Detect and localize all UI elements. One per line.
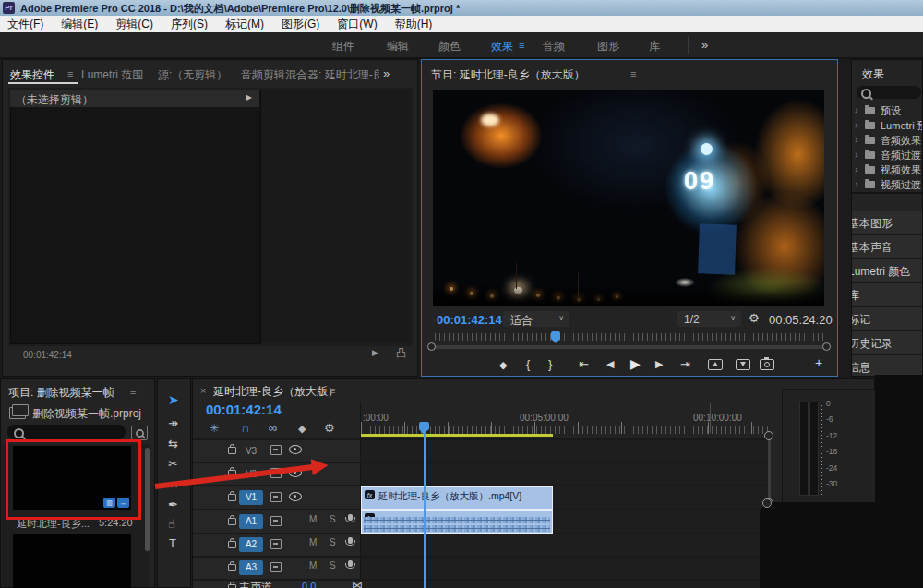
panel-header-lumetri-color[interactable]: Lumetri 颜色 [852,259,923,283]
expand-arrow-icon[interactable]: ▶ [246,93,252,102]
scrollbar-knob-peek[interactable] [762,498,772,508]
go-to-in-button[interactable]: ⇤ [579,357,589,371]
solo-button[interactable]: S [330,537,336,547]
step-forward-button[interactable]: ▶ [655,358,663,370]
workspace-tab-audio[interactable]: 音频 [543,39,565,54]
menu-edit[interactable]: 编辑(E) [61,17,98,32]
mute-button[interactable]: M [309,514,317,524]
mic-record-icon[interactable] [348,514,353,521]
solo-button[interactable]: S [330,560,336,570]
program-current-timecode[interactable]: 00:01:42:14 [437,313,502,327]
tool-ripple-edit[interactable]: ⇆ [168,437,178,450]
menu-graphics[interactable]: 图形(G) [282,17,319,32]
timeline-playhead-line[interactable] [424,422,426,588]
track-target-a2[interactable]: A2 [239,537,263,552]
timeline-timecode[interactable]: 00:01:42:14 [206,402,282,417]
effects-panel-title[interactable]: 效果 [862,66,884,82]
tab-effect-controls[interactable]: 效果控件 [10,67,54,83]
chevron-right-icon[interactable]: › [855,163,858,174]
play-button[interactable]: ▶ [630,356,641,371]
workspace-tab-assembly[interactable]: 组件 [332,39,354,54]
program-video-frame[interactable]: 09 [433,90,824,306]
menu-help[interactable]: 帮助(H) [395,17,433,32]
tree-item-audio-effects[interactable]: 音频效果 [881,134,921,148]
menu-file[interactable]: 文件(F) [7,17,43,32]
add-marker-icon[interactable]: ◆ [298,423,306,435]
snap-icon[interactable]: ∩ [241,421,249,435]
scrollbar-end-right[interactable] [822,342,831,351]
tool-hand[interactable]: ☝ [168,517,175,531]
chevron-right-icon[interactable]: › [855,119,858,130]
mute-button[interactable]: M [309,537,317,547]
workspace-tab-editing[interactable]: 编辑 [387,39,409,54]
project-item-thumbnail-2[interactable] [13,534,131,588]
mic-record-icon[interactable] [348,537,353,544]
tool-selection-arrow[interactable]: ➤ [168,392,179,407]
scrollbar-end-left[interactable] [427,342,436,351]
tool-razor[interactable]: ✂ [168,457,178,471]
menu-clip[interactable]: 剪辑(C) [115,17,153,32]
panel-header-libraries[interactable]: 库 [852,283,923,307]
tab-source-monitor[interactable]: 源:（无剪辑） [158,67,227,83]
track-lock-icon[interactable] [228,584,236,588]
panel-header-info[interactable]: 信息 [852,355,923,377]
timeline-tab-title[interactable]: 延时北理-良乡（放大版） [213,384,339,400]
program-scrollbar[interactable] [431,345,830,349]
timeline-settings-icon[interactable]: ⚙ [324,421,335,435]
tree-item-presets[interactable]: 预设 [881,104,901,118]
sync-lock-icon[interactable] [270,516,282,526]
panel-header-essential-graphics[interactable]: 基本图形 [852,211,923,235]
step-back-button[interactable]: ◀ [606,358,614,370]
effects-search-input[interactable] [857,86,921,99]
track-target-v3[interactable]: V3 [239,444,263,459]
chevron-right-icon[interactable]: › [855,178,858,189]
chevron-right-icon[interactable]: › [855,134,858,145]
mic-record-icon[interactable] [348,560,353,567]
sync-lock-icon[interactable] [270,492,282,502]
track-lock-icon[interactable] [228,541,236,548]
project-search-bin-button[interactable] [131,426,148,440]
program-monitor-title[interactable]: 节目: 延时北理-良乡（放大版） [431,67,585,83]
button-editor-plus[interactable]: + [815,355,822,370]
workspace-menu-icon[interactable]: ≡ [519,40,524,51]
play-audio-icon[interactable]: ▶ [372,348,378,357]
program-settings-icon[interactable]: ⚙ [749,311,760,325]
menu-sequence[interactable]: 序列(S) [171,17,208,32]
track-target-a3[interactable]: A3 [239,560,263,575]
audio-clip-a1[interactable]: fx [361,510,553,534]
workspace-tab-effects[interactable]: 效果 [491,39,513,54]
track-lock-icon[interactable] [228,564,236,571]
add-marker-button[interactable]: ◆ [499,359,507,371]
master-level-value[interactable]: 0.0 [302,581,316,588]
timeline-tab-close-icon[interactable]: × [200,385,206,396]
tool-type[interactable]: T [169,536,176,550]
panel-header-markers[interactable]: 标记 [852,307,923,331]
panel-menu-icon[interactable]: ≡ [67,68,73,79]
program-scrub-ruler[interactable] [435,333,826,341]
project-panel-title[interactable]: 项目: 删除视频某一帧 [8,385,114,401]
lift-button[interactable] [708,359,723,370]
workspace-tab-graphics[interactable]: 图形 [597,39,619,54]
track-lock-icon[interactable] [228,494,236,501]
menu-marker[interactable]: 标记(M) [225,17,264,32]
work-area-bar[interactable] [361,434,553,437]
no-clip-header[interactable]: （未选择剪辑） ▶ [10,90,259,107]
linked-selection-icon[interactable]: ∞ [269,421,277,435]
video-clip-v1[interactable]: fx 延时北理-良乡（放大版）.mp4[V] [361,486,553,510]
tree-item-lumetri-presets[interactable]: Lumetri 预设 [881,119,923,133]
chevron-right-icon[interactable]: › [855,104,858,115]
tool-track-select-forward[interactable]: ↠ [168,416,178,430]
sync-lock-icon[interactable] [270,562,282,572]
panel-header-essential-sound[interactable]: 基本声音 [852,235,923,259]
timeline-menu-icon[interactable]: ≡ [330,385,335,396]
solo-button[interactable]: S [330,514,336,524]
resolution-dropdown[interactable]: 1/2 ∨ [677,311,741,327]
project-search-input[interactable] [7,425,126,439]
mark-out-button[interactable]: } [548,357,552,371]
project-file-name[interactable]: 删除视频某一帧.prproj [32,406,141,422]
tree-item-video-transitions[interactable]: 视频过渡 [881,178,921,192]
workspace-tab-color[interactable]: 颜色 [438,39,461,54]
scrollbar-knob-top[interactable] [764,431,773,440]
tree-item-video-effects[interactable]: 视频效果 [881,163,921,177]
project-menu-icon[interactable]: ≡ [130,386,136,397]
